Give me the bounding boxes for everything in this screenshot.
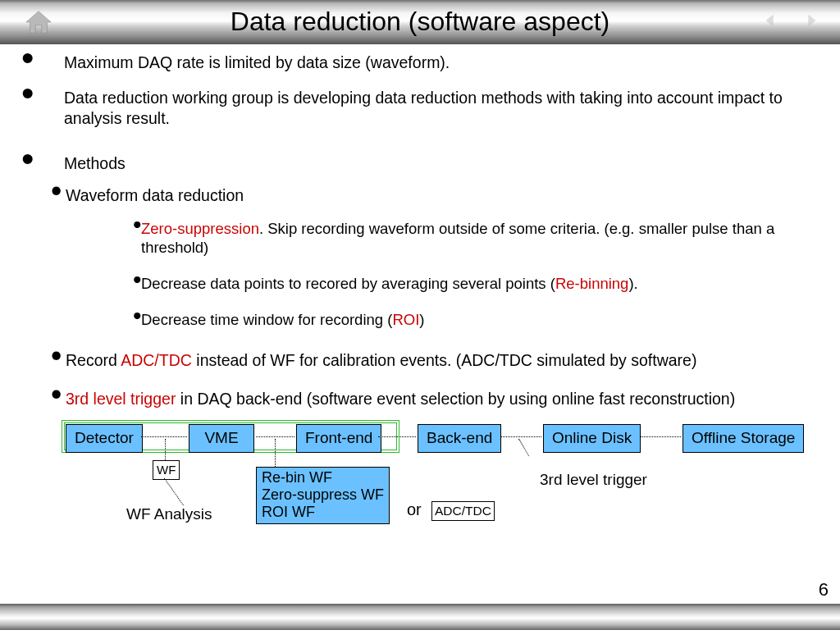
bullet-text: Decrease time window for recording (ROI)	[141, 310, 824, 330]
bullet-text: 3rd level trigger in DAQ back-end (softw…	[66, 387, 824, 409]
bullet-3: • Methods	[16, 150, 824, 174]
bullet-dot: •	[16, 387, 66, 409]
slide-title: Data reduction (software aspect)	[0, 7, 840, 37]
bullet-text: Methods	[64, 150, 824, 174]
footer-bar	[0, 604, 840, 630]
bullet-dot: •	[16, 84, 64, 129]
page-number: 6	[819, 579, 829, 600]
dash-2	[256, 436, 294, 437]
box-detector: Detector	[66, 424, 143, 452]
label-3rd-level-trigger: 3rd level trigger	[540, 470, 647, 490]
bullet-text: Waveform data reduction	[66, 184, 824, 206]
dash-rebin-down	[275, 439, 276, 467]
highlight-3rd-level-trigger: 3rd level trigger	[66, 390, 176, 408]
bullet-3a1: • Zero-suppression. Skip recording wavef…	[51, 219, 824, 258]
box-offlinestorage: Offline Storage	[682, 424, 804, 452]
next-arrow-icon[interactable]	[802, 11, 820, 33]
bullet-1: • Maximum DAQ rate is limited by data si…	[16, 49, 824, 73]
bullet-text: Data reduction working group is developi…	[64, 84, 824, 129]
highlight-zero-suppression: Zero-suppression	[141, 220, 259, 237]
slide-body: • Maximum DAQ rate is limited by data si…	[0, 44, 840, 572]
box-onlinedisk: Online Disk	[543, 424, 641, 452]
bullet-dot: •	[51, 310, 141, 330]
label-or: or	[407, 500, 422, 521]
bullet-3c: • 3rd level trigger in DAQ back-end (sof…	[16, 387, 824, 409]
box-vme: VME	[189, 424, 254, 452]
dash-wf-down	[165, 439, 166, 460]
bullet-3b: • Record ADC/TDC instead of WF for calib…	[16, 349, 824, 371]
dash-5	[640, 436, 681, 437]
label-wf-analysis: WF Analysis	[126, 504, 212, 524]
dash-3	[378, 436, 416, 437]
bullet-text: Maximum DAQ rate is limited by data size…	[64, 49, 824, 73]
highlight-adctdc: ADC/TDC	[121, 351, 192, 369]
dash-1	[141, 436, 187, 437]
dash-4	[500, 436, 541, 437]
nav-arrows	[761, 11, 820, 33]
bullet-dot: •	[51, 219, 141, 258]
bullet-dot: •	[16, 49, 64, 73]
bullet-text: Decrease data points to recored by avera…	[141, 274, 824, 294]
dash-wf-slant	[164, 478, 184, 505]
flow-diagram: Detector VME Front-end Back-end Online D…	[66, 424, 824, 572]
bullet-dot: •	[51, 274, 141, 294]
bullet-text: Record ADC/TDC instead of WF for calibra…	[66, 349, 824, 371]
bullet-text: Zero-suppression. Skip recording wavefor…	[141, 219, 824, 258]
box-frontend: Front-end	[296, 424, 381, 452]
header-bar: Data reduction (software aspect)	[0, 0, 840, 44]
bullet-dot: •	[16, 349, 66, 371]
label-wf: WF	[153, 460, 180, 479]
bullet-3a: • Waveform data reduction	[16, 184, 824, 206]
prev-arrow-icon[interactable]	[761, 11, 779, 33]
box-backend: Back-end	[418, 424, 501, 452]
bullet-3a3: • Decrease time window for recording (RO…	[51, 310, 824, 330]
box-rebin: Re-bin WF Zero-suppress WF ROI WF	[256, 467, 390, 524]
highlight-rebinning: Re-binning	[555, 275, 628, 292]
highlight-roi: ROI	[392, 311, 419, 328]
bullet-3a2: • Decrease data points to recored by ave…	[51, 274, 824, 294]
bullet-dot: •	[16, 184, 66, 206]
box-adctdc: ADC/TDC	[431, 501, 495, 521]
bullet-dot: •	[16, 150, 64, 174]
bullet-2: • Data reduction working group is develo…	[16, 84, 824, 129]
dash-trigger-slant	[518, 439, 529, 456]
